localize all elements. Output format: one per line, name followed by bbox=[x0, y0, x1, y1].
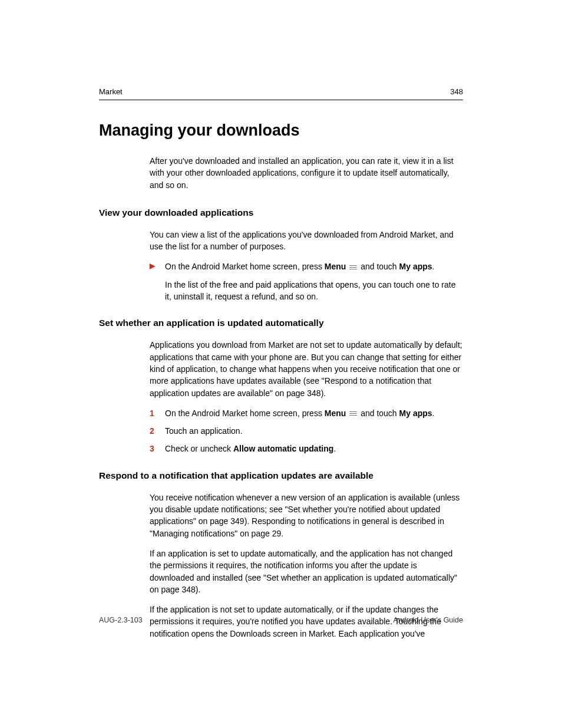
section-heading-auto-update: Set whether an application is updated au… bbox=[99, 318, 463, 328]
footer-doc-id: AUG-2.3-103 bbox=[99, 616, 143, 624]
running-footer: AUG-2.3-103 Android User's Guide bbox=[99, 616, 463, 624]
header-section: Market bbox=[99, 87, 123, 96]
intro-paragraph: After you've downloaded and installed an… bbox=[150, 155, 463, 191]
menu-icon bbox=[349, 410, 357, 417]
my-apps-label: My apps bbox=[399, 409, 432, 418]
triangle-bullet-icon: ▶ bbox=[150, 261, 165, 271]
footer-guide-name: Android User's Guide bbox=[394, 616, 463, 624]
s1-step: ▶ On the Android Market home screen, pre… bbox=[150, 261, 463, 272]
text-fragment: and touch bbox=[358, 262, 399, 271]
section-heading-respond-notification: Respond to a notification that applicati… bbox=[99, 470, 463, 481]
page-title: Managing your downloads bbox=[99, 121, 463, 140]
allow-auto-update-label: Allow automatic updating bbox=[233, 444, 333, 453]
step-number: 3 bbox=[150, 443, 165, 454]
s2-step-3: 3 Check or uncheck Allow automatic updat… bbox=[150, 443, 463, 454]
text-fragment: Check or uncheck bbox=[165, 444, 233, 453]
s1-paragraph: You can view a list of the applications … bbox=[150, 229, 463, 253]
header-page-number: 348 bbox=[450, 87, 463, 96]
menu-label: Menu bbox=[325, 409, 346, 418]
s2-step-2: 2 Touch an application. bbox=[150, 425, 463, 437]
my-apps-label: My apps bbox=[399, 262, 432, 271]
s2-step1-body: On the Android Market home screen, press… bbox=[165, 407, 463, 419]
s2-step3-body: Check or uncheck Allow automatic updatin… bbox=[165, 443, 463, 454]
s2-step-1: 1 On the Android Market home screen, pre… bbox=[150, 407, 463, 419]
s3-p1: You receive notification whenever a new … bbox=[150, 492, 463, 539]
menu-label: Menu bbox=[325, 262, 346, 271]
s1-step-body: On the Android Market home screen, press… bbox=[165, 261, 463, 272]
section-heading-view-downloaded: View your downloaded applications bbox=[99, 207, 463, 218]
document-page: Market 348 Managing your downloads After… bbox=[0, 0, 562, 640]
s2-step2-body: Touch an application. bbox=[165, 425, 463, 437]
s2-paragraph: Applications you download from Market ar… bbox=[150, 339, 463, 398]
s3-p2: If an application is set to update autom… bbox=[150, 548, 463, 595]
menu-icon bbox=[349, 264, 357, 271]
step-number: 1 bbox=[150, 407, 165, 419]
text-fragment: . bbox=[333, 444, 336, 453]
text-fragment: . bbox=[432, 262, 435, 271]
text-fragment: On the Android Market home screen, press bbox=[165, 262, 325, 271]
s1-note: In the list of the free and paid applica… bbox=[165, 279, 463, 303]
step-number: 2 bbox=[150, 425, 165, 437]
text-fragment: . bbox=[432, 409, 435, 418]
text-fragment: and touch bbox=[358, 409, 399, 418]
text-fragment: On the Android Market home screen, press bbox=[165, 409, 325, 418]
running-header: Market 348 bbox=[99, 87, 463, 100]
